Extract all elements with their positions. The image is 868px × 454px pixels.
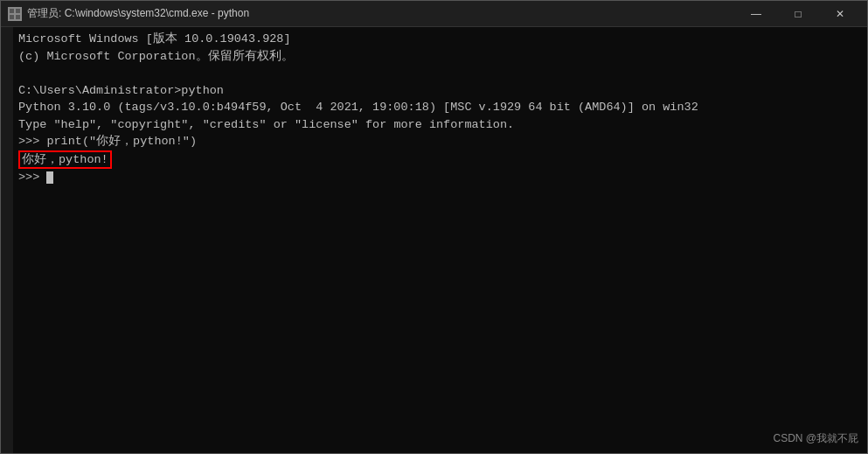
minimize-button[interactable]: — xyxy=(736,1,776,27)
terminal-line-7: 你好，python! xyxy=(18,150,862,170)
cmd-window: 管理员: C:\windows\system32\cmd.exe - pytho… xyxy=(0,0,868,454)
title-bar: 管理员: C:\windows\system32\cmd.exe - pytho… xyxy=(1,1,867,27)
terminal-line-3: C:\Users\Administrator>python xyxy=(18,82,862,100)
svg-rect-3 xyxy=(16,15,20,19)
terminal-body[interactable]: Microsoft Windows [版本 10.0.19043.928] (c… xyxy=(1,27,867,453)
terminal-line-4: Python 3.10.0 (tags/v3.10.0:b494f59, Oct… xyxy=(18,99,862,116)
title-text: 管理员: C:\windows\system32\cmd.exe - pytho… xyxy=(27,6,736,21)
svg-rect-2 xyxy=(10,15,14,19)
watermark: CSDN @我就不屁 xyxy=(773,431,858,446)
terminal-line-0: Microsoft Windows [版本 10.0.19043.928] xyxy=(18,31,862,48)
svg-rect-0 xyxy=(10,9,14,13)
terminal-line-8: >>> xyxy=(18,169,862,186)
terminal-line-6: >>> print("你好，python!") xyxy=(18,133,862,150)
terminal-line-5: Type "help", "copyright", "credits" or "… xyxy=(18,116,862,134)
svg-rect-1 xyxy=(16,9,20,13)
maximize-button[interactable]: □ xyxy=(778,1,818,27)
window-icon xyxy=(8,7,22,21)
terminal-line-1: (c) Microsoft Corporation。保留所有权利。 xyxy=(18,48,862,66)
terminal-line-2 xyxy=(18,65,862,82)
close-button[interactable]: ✕ xyxy=(820,1,860,27)
window-controls: — □ ✕ xyxy=(736,1,860,27)
